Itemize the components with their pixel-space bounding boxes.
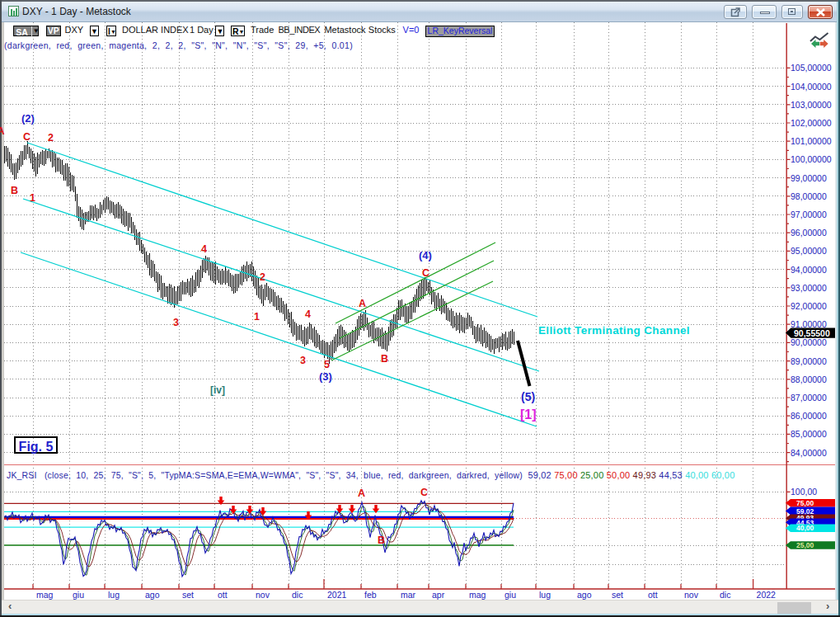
svg-text:40,00: 40,00 — [796, 524, 814, 532]
svg-text:90,55500: 90,55500 — [794, 328, 830, 338]
svg-text:25,00: 25,00 — [796, 541, 814, 549]
svg-text:75,00: 75,00 — [796, 499, 814, 507]
